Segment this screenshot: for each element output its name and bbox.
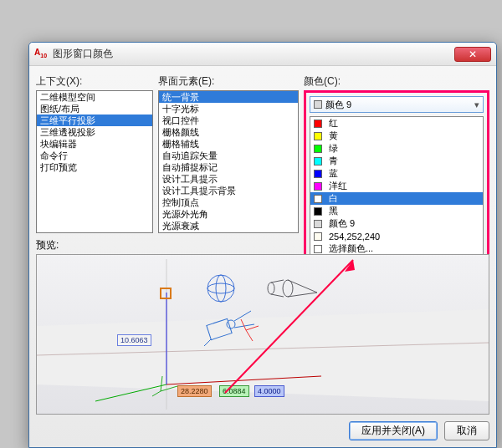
- color-label: 颜色(C):: [304, 74, 489, 89]
- svg-line-25: [152, 391, 161, 396]
- color-name: 白: [329, 192, 338, 205]
- context-label: 上下文(X):: [36, 74, 153, 89]
- svg-point-10: [283, 280, 293, 297]
- context-item[interactable]: 打印预览: [37, 161, 152, 173]
- svg-line-15: [271, 294, 284, 297]
- color-name: 青: [329, 155, 338, 167]
- dialog-window: A10 图形窗口颜色 ✕ 上下文(X): 二维模型空间图纸/布局三维平行投影三维…: [28, 42, 497, 448]
- color-item[interactable]: 青: [310, 155, 483, 167]
- window-title: 图形窗口颜色: [53, 47, 454, 61]
- color-name: 蓝: [329, 167, 338, 180]
- element-item[interactable]: 视口控件: [159, 115, 298, 126]
- color-swatch: [314, 182, 322, 191]
- element-item[interactable]: 光源开始限制: [159, 232, 298, 233]
- color-swatch: [314, 145, 322, 153]
- color-item[interactable]: 选择颜色...: [310, 242, 483, 255]
- color-swatch: [314, 195, 322, 203]
- elements-listbox[interactable]: 统一背景十字光标视口控件栅格颜线栅格辅线自动追踪矢量自动捕捉标记设计工具提示设计…: [158, 90, 299, 233]
- context-item[interactable]: 命令行: [37, 150, 152, 161]
- element-item[interactable]: 控制顶点: [159, 196, 298, 208]
- cancel-button[interactable]: 取消: [444, 421, 489, 440]
- color-name: 洋红: [329, 180, 347, 192]
- color-highlight-pane: 颜色 9 红黄绿青蓝洋红白黑颜色 9254,252,240选择颜色...: [304, 90, 489, 262]
- svg-point-13: [268, 283, 274, 294]
- color-item[interactable]: 254,252,240: [310, 230, 483, 242]
- color-item[interactable]: 蓝: [310, 167, 483, 180]
- button-row: 应用并关闭(A) 取消: [36, 415, 489, 440]
- color-swatch: [314, 132, 322, 140]
- color-combo[interactable]: 颜色 9: [310, 96, 484, 113]
- context-item[interactable]: 块编辑器: [37, 138, 152, 150]
- svg-point-7: [207, 275, 234, 302]
- preview-pane: 10.6063 28.2280 6.0884 4.0000: [36, 254, 489, 415]
- element-item[interactable]: 设计工具提示背景: [159, 185, 298, 196]
- apply-close-button[interactable]: 应用并关闭(A): [349, 421, 438, 440]
- color-name: 黑: [329, 205, 338, 217]
- context-item[interactable]: 三维透视投影: [37, 126, 152, 138]
- context-listbox[interactable]: 二维模型空间图纸/布局三维平行投影三维透视投影块编辑器命令行打印预览: [36, 90, 153, 233]
- color-name: 绿: [329, 142, 338, 155]
- preview-value-x: 28.2280: [177, 385, 212, 397]
- preview-value-z: 4.0000: [254, 385, 284, 397]
- titlebar: A10 图形窗口颜色 ✕: [29, 43, 496, 66]
- color-item[interactable]: 白: [310, 192, 483, 205]
- color-item[interactable]: 黑: [310, 205, 483, 217]
- color-item[interactable]: 洋红: [310, 180, 483, 192]
- svg-point-8: [207, 283, 234, 293]
- color-item[interactable]: 红: [310, 117, 483, 130]
- combo-label: 颜色 9: [325, 99, 351, 111]
- preview-value-y: 6.0884: [219, 385, 249, 397]
- color-item[interactable]: 颜色 9: [310, 217, 483, 230]
- color-swatch: [314, 207, 322, 216]
- element-item[interactable]: 统一背景: [159, 91, 298, 103]
- element-item[interactable]: 光源外光角: [159, 208, 298, 220]
- svg-rect-6: [161, 288, 171, 298]
- dialog-body: 上下文(X): 二维模型空间图纸/布局三维平行投影三维透视投影块编辑器命令行打印…: [29, 66, 496, 447]
- color-swatch: [314, 245, 322, 253]
- element-item[interactable]: 栅格颜线: [159, 126, 298, 138]
- svg-point-9: [216, 275, 226, 302]
- context-item[interactable]: 图纸/布局: [37, 103, 152, 115]
- element-item[interactable]: 设计工具提示: [159, 173, 298, 185]
- elements-label: 界面元素(E):: [158, 74, 299, 89]
- element-item[interactable]: 自动捕捉标记: [159, 161, 298, 173]
- preview-value-left: 10.6063: [117, 334, 151, 346]
- element-item[interactable]: 栅格辅线: [159, 138, 298, 150]
- color-item[interactable]: 黄: [310, 130, 483, 142]
- element-item[interactable]: 光源衰减: [159, 220, 298, 232]
- color-swatch: [314, 220, 322, 228]
- color-name: 黄: [329, 130, 338, 142]
- combo-swatch: [314, 100, 322, 109]
- element-item[interactable]: 十字光标: [159, 103, 298, 115]
- color-name: 选择颜色...: [329, 242, 373, 255]
- color-swatch: [314, 157, 322, 165]
- color-name: 红: [329, 117, 338, 130]
- color-item[interactable]: 绿: [310, 142, 483, 155]
- element-item[interactable]: 自动追踪矢量: [159, 150, 298, 161]
- color-list[interactable]: 红黄绿青蓝洋红白黑颜色 9254,252,240选择颜色...: [310, 116, 484, 256]
- color-swatch: [314, 170, 322, 178]
- color-name: 254,252,240: [329, 232, 380, 242]
- color-name: 颜色 9: [329, 217, 355, 230]
- color-swatch: [314, 120, 322, 128]
- app-icon: A10: [34, 48, 48, 61]
- close-button[interactable]: ✕: [454, 47, 491, 62]
- context-item[interactable]: 二维模型空间: [37, 91, 152, 103]
- context-item[interactable]: 三维平行投影: [37, 115, 152, 126]
- color-swatch: [314, 232, 322, 241]
- svg-line-11: [288, 280, 317, 293]
- svg-line-14: [271, 280, 284, 283]
